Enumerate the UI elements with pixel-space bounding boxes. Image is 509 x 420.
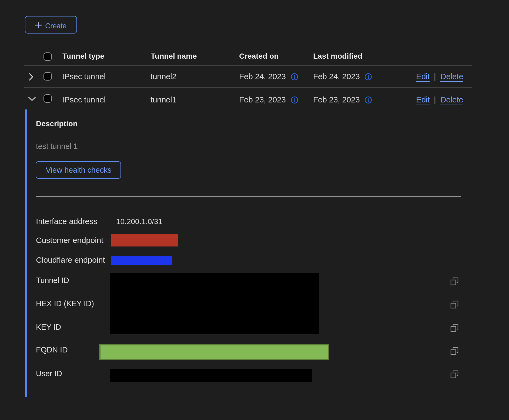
svg-text:i: i: [294, 74, 295, 80]
svg-text:i: i: [368, 74, 369, 80]
svg-text:i: i: [368, 98, 369, 103]
svg-text:i: i: [294, 98, 295, 103]
